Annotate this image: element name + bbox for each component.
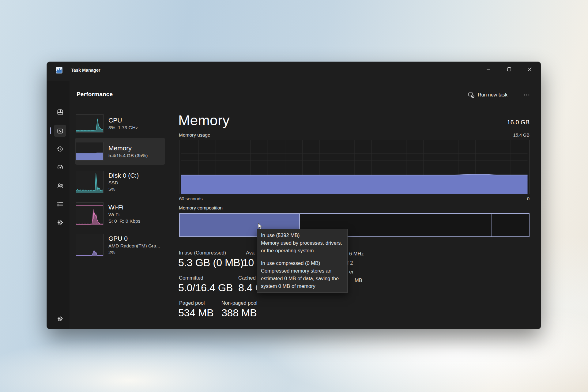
run-new-task-button[interactable]: Run new task (465, 90, 511, 100)
stat-label-in-use: In use (Compressed) (179, 250, 226, 256)
sidebar-item-processes[interactable] (54, 106, 66, 118)
sidebar-item-settings[interactable] (54, 312, 66, 325)
sidebar-item-app-history[interactable] (54, 143, 66, 155)
usage-scale-max: 15.4 GB (513, 133, 530, 138)
cpu-sparkline (76, 114, 104, 133)
desktop-wallpaper: Task Manager Performance (0, 0, 588, 392)
sidebar-item-users[interactable] (54, 179, 66, 192)
details-icon (57, 201, 64, 208)
gpu-sparkline (76, 234, 104, 256)
hw-fragment-hw-reserved: MB (355, 277, 362, 283)
card-sub-cpu: 3% 1.73 GHz (108, 125, 138, 130)
memory-page-title: Memory (178, 112, 230, 129)
memory-usage-graph[interactable] (179, 140, 530, 194)
stat-label-paged-pool: Paged pool (179, 300, 205, 306)
settings-gear-icon (57, 315, 64, 322)
tooltip-line (261, 254, 344, 259)
performance-sidebar-list: CPU 3% 1.73 GHz Memory 5.4/15.4 GB (35%) (75, 81, 165, 329)
in-use-tooltip: In use (5392 MB) Memory used by processe… (257, 229, 348, 293)
card-title-memory: Memory (108, 145, 148, 152)
hw-fragment-form-factor: er (349, 269, 354, 275)
close-icon (528, 67, 532, 71)
card-sub-memory: 5.4/15.4 GB (35%) (108, 153, 148, 158)
perf-card-disk[interactable]: Disk 0 (C:) SSD 5% (75, 167, 165, 197)
perf-card-cpu[interactable]: CPU 3% 1.73 GHz (75, 111, 165, 136)
services-icon (57, 219, 64, 226)
card-sub2-disk: 5% (108, 187, 139, 192)
perf-card-wifi[interactable]: Wi-Fi Wi-Fi S: 0 R: 0 Kbps (75, 199, 165, 228)
card-title-cpu: CPU (108, 117, 138, 124)
stat-label-committed: Committed (179, 275, 203, 281)
task-manager-window: Task Manager Performance (47, 62, 541, 329)
x-axis-left-label: 60 seconds (179, 196, 203, 201)
tooltip-line: estimated 0 MB of data, saving the (261, 275, 344, 282)
tooltip-line: Memory used by processes, drivers, (261, 239, 344, 247)
memory-composition-bar (179, 213, 530, 237)
card-sub2-gpu: 2% (108, 250, 160, 255)
maximize-icon (507, 67, 511, 71)
tooltip-line: Compressed memory stores an (261, 267, 344, 275)
sidebar-item-services[interactable] (54, 216, 66, 228)
sidebar-item-details[interactable] (54, 198, 66, 210)
memory-usage-svg (179, 140, 529, 194)
stat-label-available: Ava (246, 250, 254, 256)
card-title-disk: Disk 0 (C:) (108, 172, 139, 179)
stat-value-in-use: 5.3 GB (0 MB) (178, 257, 243, 269)
hw-fragment-slots: f 2 (347, 260, 353, 266)
tooltip-line: or the operating system (261, 247, 344, 254)
performance-icon (57, 127, 64, 134)
composition-segment-free[interactable] (492, 214, 529, 236)
task-manager-app-icon (56, 67, 62, 74)
maximize-button[interactable] (502, 63, 516, 75)
stat-value-non-paged-pool: 388 MB (221, 307, 257, 319)
hw-fragment-speed: 6 MHz (349, 251, 364, 257)
wifi-sparkline (76, 202, 104, 225)
run-new-task-label: Run new task (478, 92, 507, 98)
memory-composition-label: Memory composition (179, 205, 223, 211)
more-options-button[interactable] (521, 89, 533, 100)
card-sub-gpu: AMD Radeon(TM) Gra... (108, 243, 160, 249)
stat-label-cached: Cached (238, 275, 256, 281)
card-sub2-wifi: S: 0 R: 0 Kbps (108, 218, 140, 224)
ellipsis-icon (523, 92, 530, 98)
perf-card-memory[interactable]: Memory 5.4/15.4 GB (35%) (75, 138, 165, 165)
stat-value-paged-pool: 534 MB (178, 307, 213, 319)
card-title-wifi: Wi-Fi (108, 204, 140, 211)
app-history-icon (57, 145, 64, 153)
card-title-gpu: GPU 0 (108, 235, 160, 242)
sidebar-item-performance[interactable] (54, 125, 66, 137)
processes-icon (57, 109, 64, 116)
stat-value-available: 10 (243, 257, 254, 269)
mouse-cursor (258, 223, 263, 230)
card-sub-wifi: Wi-Fi (108, 212, 140, 217)
stat-value-committed: 5.0/16.4 GB (178, 282, 233, 294)
tooltip-line: system 0 MB of memory (261, 282, 344, 290)
minimize-icon (487, 69, 490, 70)
startup-apps-icon (57, 164, 64, 171)
close-button[interactable] (522, 63, 537, 75)
users-icon (57, 182, 64, 189)
run-new-task-icon (468, 92, 474, 98)
disk-sparkline (76, 171, 104, 193)
sidebar-item-startup-apps[interactable] (54, 161, 66, 173)
card-sub-disk: SSD (108, 180, 139, 186)
memory-sparkline (76, 142, 104, 160)
titlebar[interactable]: Task Manager (47, 62, 541, 81)
memory-usage-label: Memory usage (179, 132, 210, 138)
perf-card-gpu[interactable]: GPU 0 AMD Radeon(TM) Gra... 2% (75, 230, 165, 260)
tooltip-line: In use (5392 MB) (261, 232, 344, 239)
navigation-rail (47, 81, 70, 329)
tooltip-line: In use compressed (0 MB) (261, 259, 344, 267)
window-title: Task Manager (71, 68, 100, 73)
header-divider (516, 91, 516, 99)
minimize-button[interactable] (481, 63, 496, 75)
x-axis-right-label: 0 (527, 196, 530, 201)
total-memory-value: 16.0 GB (507, 119, 530, 126)
stat-label-non-paged-pool: Non-paged pool (221, 300, 257, 306)
